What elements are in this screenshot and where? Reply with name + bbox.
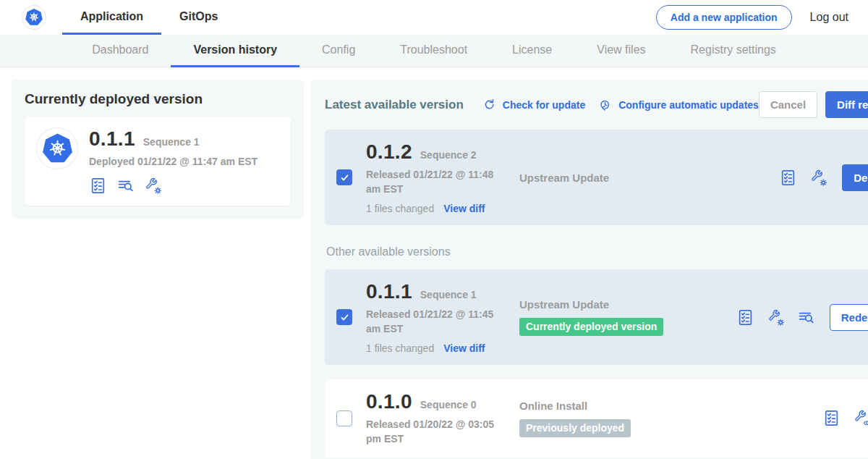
diff-releases-button[interactable]: Diff releases bbox=[825, 91, 868, 118]
view-config-icon[interactable] bbox=[853, 409, 868, 427]
preflight-checks-icon[interactable] bbox=[822, 409, 841, 427]
edit-config-icon[interactable] bbox=[144, 177, 162, 195]
schedule-refresh-icon bbox=[596, 96, 614, 114]
version-checkbox[interactable] bbox=[336, 410, 352, 426]
subnav-tab-troubleshoot[interactable]: Troubleshoot bbox=[378, 35, 490, 67]
edit-config-icon[interactable] bbox=[767, 308, 785, 327]
deployed-version-card: 0.1.1 Sequence 1 Deployed 01/21/22 @ 11:… bbox=[25, 117, 291, 206]
version-list: 0.1.2 Sequence 2 Released 01/21/22 @ 11:… bbox=[325, 130, 868, 458]
tab-gitops[interactable]: GitOps bbox=[161, 0, 236, 35]
version-source-label: Upstream Update bbox=[519, 172, 772, 184]
version-actions: Redeploy bbox=[736, 304, 868, 331]
files-changed-row: 1 files changedView diff bbox=[366, 342, 519, 354]
version-number: 0.1.1 bbox=[366, 280, 412, 303]
preflight-checks-icon[interactable] bbox=[89, 177, 107, 195]
other-versions-title: Other available versions bbox=[326, 245, 868, 258]
tab-application[interactable]: Application bbox=[62, 0, 161, 35]
subnav-tab-dashboard[interactable]: Dashboard bbox=[69, 35, 171, 67]
preflight-checks-icon[interactable] bbox=[736, 308, 754, 327]
version-info: 0.1.0 Sequence 0 Released 01/20/22 @ 03:… bbox=[366, 390, 519, 446]
version-number: 0.1.0 bbox=[366, 390, 412, 413]
kubernetes-logo-icon[interactable] bbox=[22, 5, 46, 30]
subnav-tab-registry-settings[interactable]: Registry settings bbox=[668, 35, 799, 67]
files-changed-label: 1 files changed bbox=[366, 342, 434, 354]
version-source-label: Online Install bbox=[519, 400, 815, 412]
version-actions bbox=[822, 409, 868, 427]
deployed-action-icons bbox=[89, 177, 258, 195]
refresh-icon bbox=[480, 96, 498, 114]
subnav-tab-version-history[interactable]: Version history bbox=[171, 35, 299, 67]
version-checkbox[interactable] bbox=[336, 309, 352, 325]
version-sequence: Sequence 0 bbox=[420, 399, 477, 410]
add-application-button[interactable]: Add a new application bbox=[656, 5, 792, 30]
top-nav: Application GitOps Add a new application… bbox=[0, 0, 868, 35]
version-actions: Deploy bbox=[779, 164, 868, 191]
version-sequence: Sequence 2 bbox=[420, 149, 477, 161]
deploy-logs-icon[interactable] bbox=[116, 177, 135, 195]
version-status-badge: Currently deployed version bbox=[519, 318, 663, 336]
subnav-tab-view-files[interactable]: View files bbox=[574, 35, 668, 67]
preflight-checks-icon[interactable] bbox=[779, 169, 797, 187]
version-row: 0.1.0 Sequence 0 Released 01/20/22 @ 03:… bbox=[325, 379, 868, 457]
panel-header: Latest available version Check for updat… bbox=[325, 91, 868, 118]
latest-available-title: Latest available version bbox=[325, 98, 464, 112]
available-versions-panel: Latest available version Check for updat… bbox=[310, 80, 868, 459]
subnav-tab-config[interactable]: Config bbox=[299, 35, 378, 67]
version-row: 0.1.2 Sequence 2 Released 01/21/22 @ 11:… bbox=[325, 130, 868, 225]
deployed-timestamp: Deployed 01/21/22 @ 11:47 am EST bbox=[89, 156, 258, 167]
subnav-tab-license[interactable]: License bbox=[490, 35, 574, 67]
files-changed-label: 1 files changed bbox=[366, 203, 434, 214]
tab-application-label: Application bbox=[80, 10, 143, 23]
edit-config-icon[interactable] bbox=[809, 169, 827, 187]
currently-deployed-card: Currently deployed version 0.1.1 Sequenc… bbox=[12, 80, 304, 219]
version-released-timestamp: Released 01/21/22 @ 11:48 am EST bbox=[366, 168, 508, 196]
app-kubernetes-logo-icon bbox=[36, 127, 78, 169]
version-source-label: Upstream Update bbox=[519, 298, 729, 311]
deployed-version-number: 0.1.1 bbox=[89, 127, 135, 151]
version-action-button[interactable]: Redeploy bbox=[830, 304, 868, 331]
sub-nav: DashboardVersion historyConfigTroublesho… bbox=[0, 35, 868, 67]
deploy-logs-icon[interactable] bbox=[797, 308, 815, 327]
version-action-button[interactable]: Deploy bbox=[842, 164, 868, 191]
version-sequence: Sequence 1 bbox=[420, 289, 477, 300]
version-info: 0.1.1 Sequence 1 Released 01/21/22 @ 11:… bbox=[366, 280, 519, 354]
main-content: Currently deployed version 0.1.1 Sequenc… bbox=[0, 67, 868, 459]
deployed-card-title: Currently deployed version bbox=[25, 91, 291, 107]
version-released-timestamp: Released 01/21/22 @ 11:45 am EST bbox=[366, 308, 508, 336]
files-changed-row: 1 files changedView diff bbox=[366, 203, 519, 214]
version-number: 0.1.2 bbox=[366, 140, 412, 164]
version-source: Upstream Update Currently deployed versi… bbox=[519, 298, 736, 336]
version-row: 0.1.1 Sequence 1 Released 01/21/22 @ 11:… bbox=[325, 269, 868, 365]
version-status-badge: Previously deployed bbox=[519, 419, 631, 437]
version-checkbox[interactable] bbox=[336, 169, 352, 185]
version-source: Online Install Previously deployed bbox=[519, 400, 822, 437]
check-for-update-link[interactable]: Check for update bbox=[480, 96, 585, 114]
cancel-button[interactable]: Cancel bbox=[759, 91, 817, 118]
deployed-version-sequence: Sequence 1 bbox=[143, 136, 200, 148]
view-diff-link[interactable]: View diff bbox=[443, 203, 485, 214]
version-source: Upstream Update bbox=[519, 172, 779, 184]
configure-auto-updates-link[interactable]: Configure automatic updates bbox=[596, 96, 759, 114]
version-released-timestamp: Released 01/20/22 @ 03:05 pm EST bbox=[366, 418, 508, 446]
tab-gitops-label: GitOps bbox=[179, 10, 218, 23]
logout-link[interactable]: Log out bbox=[810, 11, 848, 24]
view-diff-link[interactable]: View diff bbox=[443, 342, 485, 354]
version-info: 0.1.2 Sequence 2 Released 01/21/22 @ 11:… bbox=[366, 140, 519, 214]
